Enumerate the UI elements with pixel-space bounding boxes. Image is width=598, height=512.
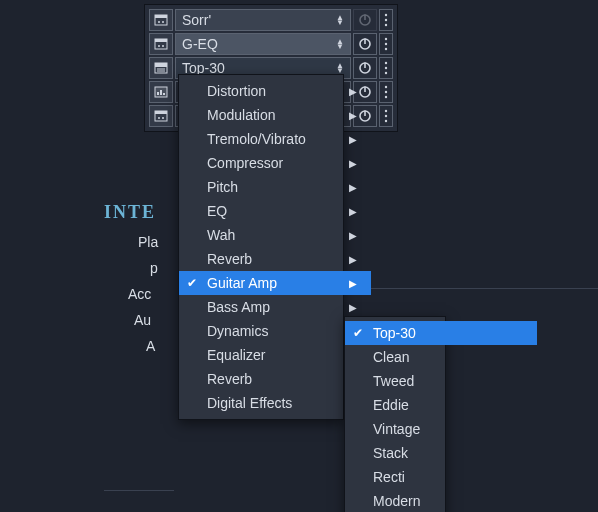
menu-item[interactable]: Bass Amp▶ bbox=[179, 295, 371, 319]
svg-point-36 bbox=[385, 96, 387, 98]
menu-item[interactable]: ✔Guitar Amp▶ bbox=[179, 271, 371, 295]
submenu-arrow-icon: ▶ bbox=[349, 182, 357, 193]
more-options-button[interactable] bbox=[379, 81, 393, 103]
more-options-button[interactable] bbox=[379, 105, 393, 127]
menu-item[interactable]: Reverb▶ bbox=[179, 247, 371, 271]
menu-item[interactable]: Equalizer▶ bbox=[179, 343, 371, 367]
menu-item-label: Reverb bbox=[207, 251, 252, 267]
plugin-selector[interactable]: G-EQ▲▼ bbox=[175, 33, 351, 55]
menu-item[interactable]: Modern bbox=[345, 489, 537, 512]
more-options-button[interactable] bbox=[379, 9, 393, 31]
menu-item[interactable]: Dynamics▶ bbox=[179, 319, 371, 343]
menu-item[interactable]: Tweed bbox=[345, 369, 537, 393]
menu-item-label: Eddie bbox=[373, 397, 409, 413]
submenu-arrow-icon: ▶ bbox=[349, 86, 357, 97]
svg-point-6 bbox=[385, 14, 387, 16]
menu-item[interactable]: Stack bbox=[345, 441, 537, 465]
meter-icon bbox=[149, 81, 173, 103]
bg-text: Pla bbox=[138, 234, 158, 250]
submenu-arrow-icon: ▶ bbox=[349, 278, 357, 289]
svg-point-45 bbox=[385, 120, 387, 122]
menu-item-label: Modulation bbox=[207, 107, 276, 123]
menu-item-label: EQ bbox=[207, 203, 227, 219]
menu-item-label: Dynamics bbox=[207, 323, 268, 339]
menu-item-label: Tremolo/Vibrato bbox=[207, 131, 306, 147]
submenu-arrow-icon: ▶ bbox=[349, 110, 357, 121]
menu-item[interactable]: Eddie bbox=[345, 393, 537, 417]
menu-item-label: Bass Amp bbox=[207, 299, 270, 315]
menu-item[interactable]: Compressor▶ bbox=[179, 151, 371, 175]
fx-icon bbox=[149, 9, 173, 31]
menu-item-label: Clean bbox=[373, 349, 410, 365]
svg-point-24 bbox=[385, 62, 387, 64]
menu-item-label: Reverb bbox=[207, 371, 252, 387]
svg-point-3 bbox=[162, 21, 164, 23]
menu-item-label: Guitar Amp bbox=[207, 275, 277, 291]
menu-item[interactable]: ✔Top-30 bbox=[345, 321, 537, 345]
svg-rect-19 bbox=[155, 63, 167, 67]
menu-item[interactable]: Modulation▶ bbox=[179, 103, 371, 127]
menu-item[interactable]: EQ▶ bbox=[179, 199, 371, 223]
svg-rect-10 bbox=[155, 39, 167, 42]
menu-item-label: Vintage bbox=[373, 421, 420, 437]
submenu-arrow-icon: ▶ bbox=[349, 230, 357, 241]
svg-point-26 bbox=[385, 72, 387, 74]
plugin-name: Sorr' bbox=[182, 12, 211, 28]
bg-text: A bbox=[146, 338, 155, 354]
menu-item[interactable]: Pitch▶ bbox=[179, 175, 371, 199]
svg-point-17 bbox=[385, 48, 387, 50]
guitar-amp-submenu: ✔Top-30CleanTweedEddieVintageStackRectiM… bbox=[344, 316, 446, 512]
svg-point-15 bbox=[385, 38, 387, 40]
check-icon: ✔ bbox=[187, 276, 197, 290]
menu-item[interactable]: Reverb▶ bbox=[179, 367, 371, 391]
svg-point-40 bbox=[162, 117, 164, 119]
submenu-arrow-icon: ▶ bbox=[349, 206, 357, 217]
svg-rect-29 bbox=[157, 92, 159, 95]
menu-item[interactable]: Wah▶ bbox=[179, 223, 371, 247]
plugin-name: G-EQ bbox=[182, 36, 218, 52]
divider bbox=[104, 490, 174, 491]
svg-point-25 bbox=[385, 67, 387, 69]
amp-icon bbox=[149, 57, 173, 79]
menu-item-label: Digital Effects bbox=[207, 395, 292, 411]
svg-point-11 bbox=[158, 45, 160, 47]
power-button[interactable] bbox=[353, 9, 377, 31]
divider bbox=[342, 288, 598, 289]
menu-item-label: Equalizer bbox=[207, 347, 265, 363]
submenu-arrow-icon: ▶ bbox=[349, 158, 357, 169]
svg-rect-38 bbox=[155, 111, 167, 114]
more-options-button[interactable] bbox=[379, 33, 393, 55]
svg-point-35 bbox=[385, 91, 387, 93]
bg-text: Au bbox=[134, 312, 151, 328]
menu-item[interactable]: Vintage bbox=[345, 417, 537, 441]
menu-item[interactable]: Digital Effects▶ bbox=[179, 391, 371, 415]
svg-point-44 bbox=[385, 115, 387, 117]
submenu-arrow-icon: ▶ bbox=[349, 254, 357, 265]
fx-icon bbox=[149, 33, 173, 55]
plugin-selector[interactable]: Sorr'▲▼ bbox=[175, 9, 351, 31]
plugin-slot: Sorr'▲▼ bbox=[149, 9, 393, 31]
menu-item[interactable]: Distortion▶ bbox=[179, 79, 371, 103]
menu-item[interactable]: Tremolo/Vibrato▶ bbox=[179, 127, 371, 151]
svg-point-8 bbox=[385, 24, 387, 26]
submenu-arrow-icon: ▶ bbox=[349, 302, 357, 313]
menu-item-label: Pitch bbox=[207, 179, 238, 195]
svg-point-39 bbox=[158, 117, 160, 119]
sort-arrows-icon: ▲▼ bbox=[336, 39, 344, 49]
menu-item-label: Stack bbox=[373, 445, 408, 461]
svg-point-16 bbox=[385, 43, 387, 45]
sort-arrows-icon: ▲▼ bbox=[336, 63, 344, 73]
menu-item-label: Modern bbox=[373, 493, 420, 509]
check-icon: ✔ bbox=[353, 326, 363, 340]
power-button[interactable] bbox=[353, 33, 377, 55]
submenu-arrow-icon: ▶ bbox=[349, 134, 357, 145]
plugin-slot: G-EQ▲▼ bbox=[149, 33, 393, 55]
svg-point-43 bbox=[385, 110, 387, 112]
section-heading: INTE bbox=[104, 202, 156, 223]
menu-item[interactable]: Recti bbox=[345, 465, 537, 489]
power-button[interactable] bbox=[353, 57, 377, 79]
menu-item[interactable]: Clean bbox=[345, 345, 537, 369]
more-options-button[interactable] bbox=[379, 57, 393, 79]
menu-item-label: Wah bbox=[207, 227, 235, 243]
menu-item-label: Recti bbox=[373, 469, 405, 485]
